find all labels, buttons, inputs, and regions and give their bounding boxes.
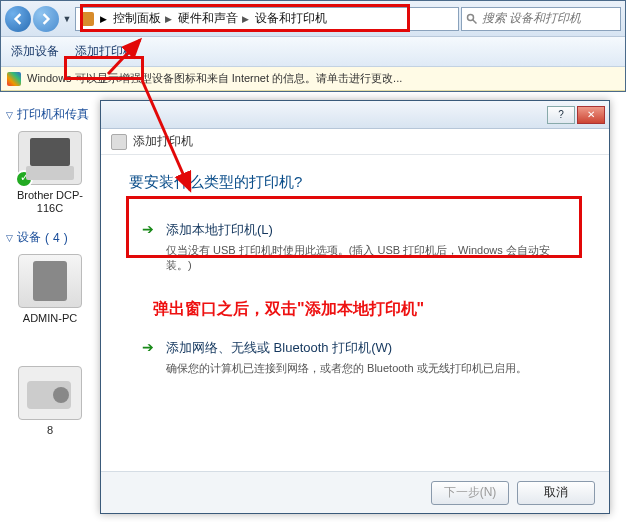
- option-add-local-printer[interactable]: ➔ 添加本地打印机(L) 仅当没有 USB 打印机时使用此选项。(插入 USB …: [129, 210, 581, 285]
- svg-point-0: [468, 14, 474, 20]
- breadcrumb-part[interactable]: 硬件和声音▶: [178, 10, 249, 27]
- dialog-title: 添加打印机: [133, 133, 193, 150]
- arrow-right-icon: ➔: [142, 339, 156, 376]
- device-label: 8: [6, 424, 94, 437]
- printer-icon: [18, 131, 82, 185]
- button-label: 取消: [544, 484, 568, 501]
- category-count: 4: [53, 231, 60, 245]
- dialog-heading: 要安装什么类型的打印机?: [129, 173, 581, 192]
- svg-line-1: [473, 19, 477, 23]
- nav-forward-button[interactable]: [33, 6, 59, 32]
- chevron-down-icon: ▽: [6, 110, 13, 120]
- help-icon: ?: [558, 109, 564, 120]
- chevron-right-icon: ▶: [100, 14, 107, 24]
- address-bar-row: ▼ ▶ 控制面板▶ 硬件和声音▶ 设备和打印机 搜索 设备和打印机: [1, 1, 625, 37]
- toolbar: 添加设备 添加打印机: [1, 37, 625, 67]
- chevron-right-icon: ▶: [165, 14, 172, 24]
- category-printers[interactable]: ▽ 打印机和传真: [6, 106, 94, 123]
- dialog-titlebar[interactable]: ? ✕: [101, 101, 609, 129]
- option-description: 仅当没有 USB 打印机时使用此选项。(插入 USB 打印机后，Windows …: [166, 243, 568, 274]
- control-panel-icon: [80, 12, 94, 26]
- breadcrumb-label: 控制面板: [113, 10, 161, 27]
- search-input[interactable]: 搜索 设备和打印机: [461, 7, 621, 31]
- breadcrumb-label: 硬件和声音: [178, 10, 238, 27]
- info-bar[interactable]: Windows 可以显示增强型设备图标和来自 Internet 的信息。请单击进…: [1, 67, 625, 91]
- arrow-left-icon: [12, 13, 24, 25]
- category-label: 设备: [17, 229, 41, 246]
- nav-history-dropdown[interactable]: ▼: [61, 14, 73, 24]
- option-description: 确保您的计算机已连接到网络，或者您的 Bluetooth 或无线打印机已启用。: [166, 361, 527, 376]
- search-icon: [466, 13, 478, 25]
- search-placeholder: 搜索 设备和打印机: [482, 10, 581, 27]
- dialog-body: 要安装什么类型的打印机? ➔ 添加本地打印机(L) 仅当没有 USB 打印机时使…: [101, 155, 609, 399]
- option-title: 添加网络、无线或 Bluetooth 打印机(W): [166, 339, 527, 357]
- help-button[interactable]: ?: [547, 106, 575, 124]
- device-label: Brother DCP-116C: [6, 189, 94, 215]
- option-add-network-printer[interactable]: ➔ 添加网络、无线或 Bluetooth 打印机(W) 确保您的计算机已连接到网…: [129, 328, 581, 387]
- breadcrumb-part[interactable]: 设备和打印机: [255, 10, 327, 27]
- status-ok-badge: [15, 170, 33, 188]
- nav-back-button[interactable]: [5, 6, 31, 32]
- breadcrumb[interactable]: ▶ 控制面板▶ 硬件和声音▶ 设备和打印机: [75, 7, 459, 31]
- pc-icon: [18, 254, 82, 308]
- device-item-camera[interactable]: 8: [6, 366, 94, 437]
- device-label: ADMIN-PC: [6, 312, 94, 325]
- chevron-down-icon: ▽: [6, 233, 13, 243]
- dialog-footer: 下一步(N) 取消: [101, 471, 609, 513]
- device-item-pc[interactable]: ADMIN-PC: [6, 254, 94, 325]
- next-button[interactable]: 下一步(N): [431, 481, 509, 505]
- cancel-button[interactable]: 取消: [517, 481, 595, 505]
- add-device-button[interactable]: 添加设备: [11, 43, 59, 60]
- chevron-right-icon: ▶: [242, 14, 249, 24]
- shield-icon: [7, 72, 21, 86]
- close-button[interactable]: ✕: [577, 106, 605, 124]
- chevron-down-icon: ▼: [63, 14, 72, 24]
- category-label: 打印机和传真: [17, 106, 89, 123]
- arrow-right-icon: ➔: [142, 221, 156, 274]
- annotation-text: 弹出窗口之后，双击"添加本地打印机": [153, 299, 581, 320]
- arrow-right-icon: [40, 13, 52, 25]
- dialog-header: 添加打印机: [101, 129, 609, 155]
- info-bar-text: Windows 可以显示增强型设备图标和来自 Internet 的信息。请单击进…: [27, 71, 402, 86]
- device-list-pane: ▽ 打印机和传真 Brother DCP-116C ▽ 设备 (4) ADMIN…: [0, 92, 100, 522]
- camera-icon: [18, 366, 82, 420]
- breadcrumb-part[interactable]: 控制面板▶: [113, 10, 172, 27]
- printer-icon: [111, 134, 127, 150]
- button-label: 下一步(N): [444, 484, 497, 501]
- close-icon: ✕: [587, 109, 595, 120]
- device-item-printer[interactable]: Brother DCP-116C: [6, 131, 94, 215]
- breadcrumb-label: 设备和打印机: [255, 10, 327, 27]
- option-title: 添加本地打印机(L): [166, 221, 568, 239]
- category-devices[interactable]: ▽ 设备 (4): [6, 229, 94, 246]
- add-printer-wizard-dialog: ? ✕ 添加打印机 要安装什么类型的打印机? ➔ 添加本地打印机(L) 仅当没有…: [100, 100, 610, 514]
- add-printer-button[interactable]: 添加打印机: [75, 43, 135, 60]
